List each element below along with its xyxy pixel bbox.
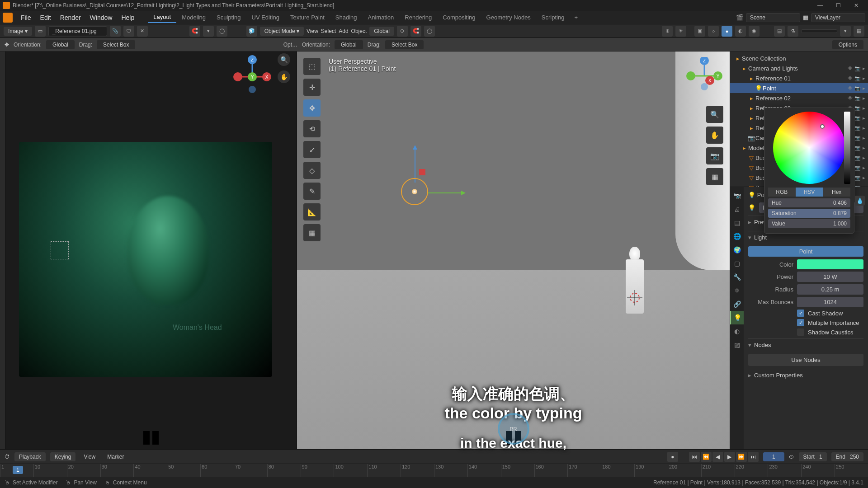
image-editor-view[interactable]: 🔍 ✋ Z X Y Woman's Head: [5, 52, 297, 449]
proptab-material[interactable]: ◐: [730, 324, 744, 338]
tab-shading[interactable]: Shading: [330, 12, 363, 23]
viewport-camera-icon[interactable]: 📷: [706, 147, 723, 164]
mode-hsv[interactable]: HSV: [796, 188, 823, 197]
color-wheel-cursor[interactable]: [820, 124, 825, 129]
collapsed-sidebar[interactable]: [0, 52, 5, 449]
proptab-modifiers[interactable]: 🔧: [730, 270, 744, 284]
visibility-toggle[interactable]: ▸: [863, 155, 865, 161]
light-type-point[interactable]: Point: [748, 246, 863, 257]
tool-scale[interactable]: ⤢: [303, 141, 321, 158]
visibility-toggle[interactable]: ▸: [863, 85, 865, 91]
proptab-render[interactable]: 📷: [730, 189, 744, 202]
visibility-toggle[interactable]: 📷: [854, 175, 861, 181]
3d-menu-select[interactable]: Select: [321, 28, 336, 34]
filter-icon[interactable]: ⚗: [788, 26, 798, 37]
shading-wire-icon[interactable]: ○: [708, 26, 719, 37]
visibility-toggle[interactable]: 👁: [848, 66, 853, 71]
options-1[interactable]: Opt…: [283, 42, 297, 48]
panel-nodes[interactable]: ▾Nodes: [748, 338, 863, 351]
outliner-item[interactable]: 💡Point👁📷▸: [730, 83, 868, 93]
visibility-toggle[interactable]: ▸: [863, 145, 865, 151]
play-rev-icon[interactable]: ◀: [712, 452, 723, 462]
proptab-constraints[interactable]: 🔗: [730, 297, 744, 311]
playhead[interactable]: 1: [13, 466, 23, 474]
timeline-keying[interactable]: Keying: [50, 452, 76, 461]
visibility-toggle[interactable]: ▸: [863, 115, 865, 121]
pivot-icon[interactable]: ⊙: [397, 26, 408, 37]
visibility-toggle[interactable]: 📷: [854, 85, 861, 91]
radius-field[interactable]: 0.25 m: [797, 284, 863, 295]
menu-file[interactable]: File: [16, 14, 36, 21]
tab-geonodes[interactable]: Geometry Nodes: [481, 12, 536, 23]
tab-modeling[interactable]: Modeling: [176, 12, 211, 23]
tab-sculpting[interactable]: Sculpting: [211, 12, 246, 23]
3d-menu-object[interactable]: Object: [351, 28, 367, 34]
pan-hand-icon[interactable]: ✋: [278, 70, 290, 83]
visibility-toggle[interactable]: ▸: [863, 135, 865, 141]
outliner-type-icon[interactable]: ▤: [774, 26, 785, 37]
snap2-icon[interactable]: 🧲: [410, 26, 421, 37]
timeline-playback[interactable]: Playback: [14, 452, 46, 461]
move-gizmo-y[interactable]: [419, 169, 425, 175]
visibility-toggle[interactable]: 📷: [854, 165, 861, 171]
prev-key-icon[interactable]: ⏪: [701, 452, 712, 462]
new-collection-icon[interactable]: ▦: [854, 26, 864, 37]
timeline-editor-icon[interactable]: ⏱: [5, 454, 10, 460]
value-slider[interactable]: [844, 112, 850, 184]
close-button[interactable]: ✕: [847, 2, 865, 9]
visibility-toggle[interactable]: 📷: [854, 95, 861, 101]
drag-dropdown-1[interactable]: Select Box: [97, 40, 135, 49]
snap-magnet-icon[interactable]: 🧲: [189, 26, 200, 37]
mis-checkbox[interactable]: ✓: [797, 319, 804, 326]
editor-type-image[interactable]: Image ▾: [4, 27, 32, 36]
filter-toggle-icon[interactable]: ▾: [840, 26, 851, 37]
add-workspace-button[interactable]: +: [570, 14, 582, 21]
options-dropdown[interactable]: Options: [832, 40, 863, 49]
color-wheel[interactable]: [773, 112, 845, 184]
proptab-scene[interactable]: 🌐: [730, 230, 744, 243]
overlay-toggle-icon[interactable]: ☀: [675, 26, 686, 37]
tool-move[interactable]: ✥: [303, 99, 321, 117]
end-field[interactable]: 250: [850, 454, 859, 460]
visibility-toggle[interactable]: ▸: [863, 125, 865, 131]
jump-end-icon[interactable]: ⏭: [748, 452, 759, 462]
shading-render-icon[interactable]: ◉: [749, 26, 760, 37]
visibility-toggle[interactable]: ▸: [863, 95, 865, 101]
editor-type-3d[interactable]: 🧊: [246, 26, 257, 37]
outliner-search[interactable]: [801, 29, 837, 33]
mode-dropdown[interactable]: Object Mode ▾: [260, 27, 304, 36]
eyedropper-icon[interactable]: 💧: [855, 196, 865, 206]
menu-render[interactable]: Render: [56, 14, 85, 21]
visibility-toggle[interactable]: 👁: [848, 85, 853, 91]
maxbounces-field[interactable]: 1024: [797, 297, 863, 307]
image-name-field[interactable]: _Reference 01.jpg: [48, 26, 107, 36]
cast-shadow-checkbox[interactable]: ✓: [797, 310, 804, 317]
point-light-object[interactable]: [401, 178, 428, 205]
use-nodes-button[interactable]: Use Nodes: [748, 354, 863, 366]
mode-hex[interactable]: Hex: [823, 188, 850, 197]
gizmo-toggle-icon[interactable]: ⊕: [662, 26, 673, 37]
xray-icon[interactable]: ▣: [694, 26, 705, 37]
outliner-item[interactable]: ▸Camera and Lights👁📷▸: [730, 63, 868, 73]
move-gizmo-z[interactable]: [415, 146, 415, 183]
visibility-toggle[interactable]: 📷: [854, 185, 861, 188]
shading-solid-icon[interactable]: ●: [722, 26, 732, 37]
proportional-icon[interactable]: ◯: [217, 26, 227, 37]
jump-start-icon[interactable]: ⏮: [689, 452, 700, 462]
snap-type-icon[interactable]: ▾: [203, 26, 214, 37]
autokey-icon[interactable]: ●: [667, 452, 678, 462]
proptab-object[interactable]: ▢: [730, 257, 744, 270]
orientation-dropdown-1[interactable]: Global: [46, 40, 75, 49]
visibility-toggle[interactable]: 👁: [848, 95, 853, 101]
tab-scripting[interactable]: Scripting: [536, 12, 570, 23]
visibility-toggle[interactable]: ▸: [863, 185, 865, 188]
tool-select-box[interactable]: ⬚: [303, 58, 321, 75]
visibility-toggle[interactable]: 📷: [854, 66, 861, 71]
transform-orientation-dropdown[interactable]: Global: [369, 27, 394, 36]
color-picker-popup[interactable]: RGB HSV Hex Hue0.406 Saturation0.879 Val…: [764, 108, 854, 234]
saturation-field[interactable]: Saturation0.879: [768, 209, 850, 218]
move-gizmo-x[interactable]: [428, 192, 464, 193]
3d-menu-add[interactable]: Add: [339, 28, 348, 34]
scene-name-field[interactable]: Scene: [746, 13, 800, 22]
nav-gizmo-2d[interactable]: Z X Y: [230, 54, 275, 99]
